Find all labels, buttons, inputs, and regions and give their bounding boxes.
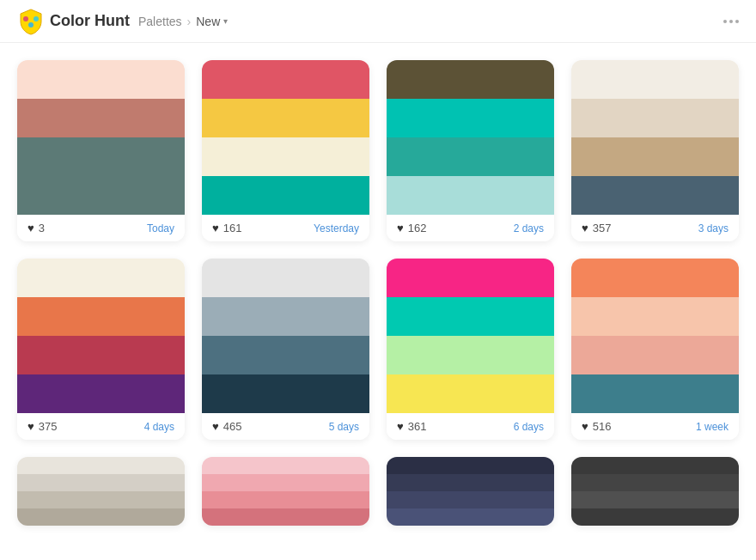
palette-card[interactable]: ♥3573 days bbox=[571, 60, 739, 241]
heart-icon: ♥ bbox=[397, 222, 404, 234]
color-swatches bbox=[387, 457, 554, 526]
time-label: 1 week bbox=[696, 421, 729, 433]
card-footer: ♥3754 days bbox=[17, 413, 185, 440]
color-swatch bbox=[17, 297, 185, 336]
palette-card[interactable] bbox=[202, 457, 369, 526]
dot-icon bbox=[735, 20, 739, 23]
color-swatch bbox=[202, 137, 369, 176]
card-footer: ♥161Yesterday bbox=[202, 215, 369, 241]
time-label: 4 days bbox=[144, 421, 174, 433]
likes-count: ♥465 bbox=[212, 420, 241, 433]
heart-icon: ♥ bbox=[212, 420, 219, 433]
color-swatches bbox=[17, 457, 185, 526]
color-swatch bbox=[387, 491, 554, 508]
heart-icon: ♥ bbox=[582, 222, 588, 234]
color-swatch bbox=[387, 374, 554, 413]
palette-card[interactable] bbox=[387, 457, 554, 526]
logo-link[interactable]: Color Hunt bbox=[17, 8, 130, 35]
heart-icon: ♥ bbox=[212, 222, 219, 234]
color-swatch bbox=[202, 374, 369, 413]
color-swatch bbox=[387, 508, 554, 526]
color-swatch bbox=[571, 457, 739, 474]
color-swatches bbox=[202, 60, 369, 215]
color-swatches bbox=[571, 457, 739, 526]
card-footer: ♥1622 days bbox=[387, 215, 554, 241]
palette-card[interactable]: ♥3Today bbox=[17, 60, 185, 241]
color-swatch bbox=[202, 259, 369, 297]
likes-number: 357 bbox=[593, 222, 612, 234]
color-swatch bbox=[202, 491, 369, 508]
palette-card[interactable]: ♥3754 days bbox=[17, 259, 185, 440]
card-footer: ♥4655 days bbox=[202, 413, 369, 440]
header: Color Hunt Palettes › New ▾ bbox=[0, 0, 756, 43]
color-swatch bbox=[202, 297, 369, 336]
likes-number: 516 bbox=[593, 420, 612, 433]
color-swatch bbox=[387, 474, 554, 491]
color-swatch bbox=[387, 137, 554, 176]
color-swatch bbox=[387, 297, 554, 336]
likes-number: 361 bbox=[408, 420, 427, 433]
heart-icon: ♥ bbox=[397, 420, 404, 433]
color-swatch bbox=[17, 474, 185, 491]
color-swatch bbox=[387, 176, 554, 215]
palette-card[interactable]: ♥5161 week bbox=[571, 259, 739, 440]
color-swatch bbox=[387, 457, 554, 474]
heart-icon: ♥ bbox=[27, 420, 34, 433]
time-label: 6 days bbox=[514, 421, 544, 433]
palette-card[interactable] bbox=[17, 457, 185, 526]
color-swatch bbox=[17, 508, 185, 526]
color-swatch bbox=[202, 474, 369, 491]
likes-number: 3 bbox=[39, 222, 45, 234]
heart-icon: ♥ bbox=[27, 222, 34, 234]
palette-card[interactable]: ♥4655 days bbox=[202, 259, 369, 440]
color-swatches bbox=[387, 259, 554, 413]
breadcrumb-separator: › bbox=[187, 15, 192, 28]
color-swatch bbox=[202, 336, 369, 374]
color-swatch bbox=[17, 336, 185, 374]
color-swatch bbox=[387, 259, 554, 297]
chevron-down-icon: ▾ bbox=[223, 16, 228, 26]
card-footer: ♥3573 days bbox=[571, 215, 739, 241]
likes-number: 162 bbox=[408, 222, 427, 234]
dot-icon bbox=[729, 20, 733, 23]
color-swatch bbox=[17, 457, 185, 474]
color-swatch bbox=[202, 508, 369, 526]
color-swatch bbox=[202, 176, 369, 215]
color-swatch bbox=[17, 176, 185, 215]
svg-point-2 bbox=[28, 22, 34, 27]
color-swatch bbox=[571, 60, 739, 99]
color-swatch bbox=[571, 474, 739, 491]
color-swatch bbox=[571, 508, 739, 526]
color-swatch bbox=[571, 336, 739, 374]
main-content: ♥3Today♥161Yesterday♥1622 days♥3573 days… bbox=[0, 43, 756, 543]
color-swatch bbox=[571, 259, 739, 297]
logo-icon bbox=[17, 8, 45, 35]
color-swatch bbox=[17, 259, 185, 297]
color-swatches bbox=[387, 60, 554, 215]
breadcrumb-palettes[interactable]: Palettes bbox=[138, 15, 182, 28]
color-swatch bbox=[17, 60, 185, 99]
card-footer: ♥3616 days bbox=[387, 413, 554, 440]
color-swatch bbox=[571, 176, 739, 215]
color-swatch bbox=[17, 491, 185, 508]
color-swatch bbox=[387, 99, 554, 137]
palette-card[interactable] bbox=[571, 457, 739, 526]
heart-icon: ♥ bbox=[582, 420, 588, 433]
likes-count: ♥3 bbox=[27, 222, 45, 234]
color-swatch bbox=[571, 99, 739, 137]
color-swatch bbox=[17, 374, 185, 413]
palette-card[interactable]: ♥1622 days bbox=[387, 60, 554, 241]
palette-card[interactable]: ♥3616 days bbox=[387, 259, 554, 440]
color-swatch bbox=[571, 374, 739, 413]
color-swatch bbox=[202, 457, 369, 474]
time-label: 3 days bbox=[698, 222, 729, 234]
time-label: 5 days bbox=[329, 421, 359, 433]
likes-number: 375 bbox=[39, 420, 58, 433]
svg-point-0 bbox=[23, 16, 28, 21]
more-options-button[interactable] bbox=[723, 20, 739, 23]
likes-count: ♥361 bbox=[397, 420, 426, 433]
color-swatch bbox=[202, 99, 369, 137]
breadcrumb-current[interactable]: New ▾ bbox=[196, 15, 228, 28]
app-title: Color Hunt bbox=[50, 12, 130, 30]
palette-card[interactable]: ♥161Yesterday bbox=[202, 60, 369, 241]
